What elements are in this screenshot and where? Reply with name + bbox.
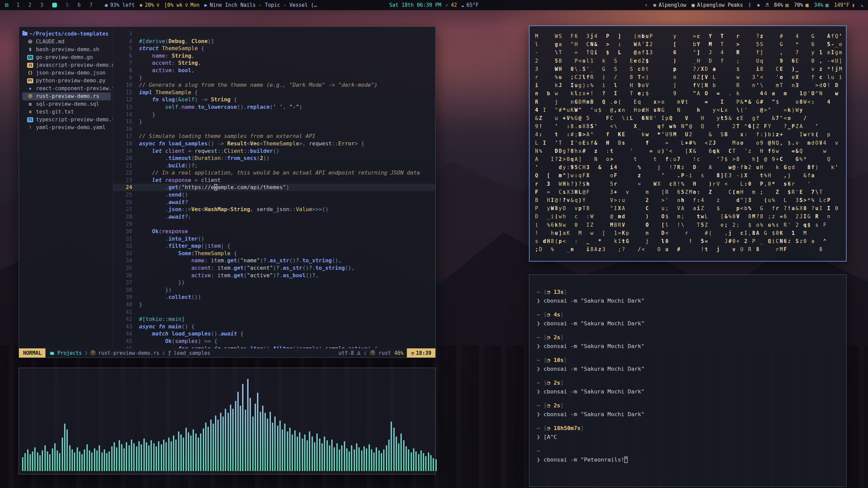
tree-file-CLAUDE.md[interactable]: ⓂCLAUDE.md	[22, 38, 113, 46]
code-line-37[interactable]: 37 })	[113, 279, 435, 286]
code-line-14[interactable]: 14 }	[113, 111, 435, 118]
code-line-36[interactable]: 36 active: item.get("active")?.as_bool()…	[113, 272, 435, 279]
code-line-4[interactable]: 4#[derive(Debug, Clone)]	[113, 38, 435, 45]
code-line-40[interactable]: 40}	[113, 301, 435, 308]
tree-file-yaml-preview-demo.yaml[interactable]: !yaml-preview-demo.yaml	[22, 124, 113, 131]
charterm-row: F = CsX3HL@F 3+ v m [R 65ZMo: Z C(mH m ;…	[535, 188, 843, 196]
breadcrumb-file[interactable]: rust-preview-demo.rs	[98, 350, 159, 356]
code-line-17[interactable]: 17// Simulate loading theme samples from…	[113, 133, 435, 140]
character-rain-terminal[interactable]: M WS F6 3j4 P ] (mbuP y =c Y T r ?z # 4 …	[529, 25, 847, 262]
shell-terminal[interactable]: ~ [◔ 13s]❯ cbonsai -m "Sakura Mochi Dark…	[529, 274, 847, 487]
breadcrumb-symbol[interactable]: load_samples	[174, 350, 210, 356]
tree-file-react-component-preview.tsx[interactable]: ✺react-component-preview.tsx	[22, 85, 113, 93]
now-playing[interactable]: ▶ Nine Inch Nails - Topic - Vessel (…	[204, 2, 317, 8]
code-line-15[interactable]: 15}	[113, 118, 435, 125]
code-text: })	[139, 286, 172, 294]
line-number: 40	[113, 301, 139, 308]
code-line-43[interactable]: 43async fn main() {	[113, 323, 435, 330]
code-editor[interactable]: 34#[derive(Debug, Clone)]5struct ThemeSa…	[113, 27, 435, 348]
code-line-33[interactable]: 33 Some(ThemeSample {	[113, 250, 435, 257]
shell-history-entry: ~ [◔ 2s]❯ cbonsai -m "Sakura Mochi Dark"	[537, 379, 840, 396]
code-line-24[interactable]: 24 .get("https://example.com/api/themes"…	[113, 184, 435, 191]
tree-file-go-preview-demo.go[interactable]: GOgo-preview-demo.go	[22, 54, 113, 61]
code-line-26[interactable]: 26 .await?	[113, 199, 435, 206]
visualizer-bar	[381, 453, 382, 471]
code-line-12[interactable]: 12 fn slug(&self) -> String {	[113, 96, 435, 103]
visualizer-bar	[47, 451, 48, 471]
workspace-7[interactable]: 7	[90, 2, 93, 8]
workspace-4[interactable]	[52, 3, 57, 7]
workspace-5[interactable]: 5	[66, 2, 69, 8]
code-line-20[interactable]: 20 .timeout(Duration::from_secs(2))	[113, 155, 435, 162]
code-text: .build()?;	[139, 162, 198, 169]
volume-icon[interactable]: ♬	[765, 2, 768, 8]
visualizer-bar	[309, 431, 310, 471]
workspace-6[interactable]: 6	[78, 2, 81, 8]
visualizer-bar	[34, 447, 36, 471]
clock-date[interactable]: Sat 18th 06:39 PM	[389, 2, 441, 8]
code-line-31[interactable]: 31 .into_iter()	[113, 235, 435, 243]
code-line-9[interactable]: 9}	[113, 74, 435, 82]
tree-file-bash-preview-demo.sh[interactable]: $bash-preview-demo.sh	[22, 46, 113, 54]
shell-history-entry: ~ [◔ 18h50m7s]❯ [A^C	[537, 424, 840, 442]
code-line-32[interactable]: 32 .filter_map(|item| {	[113, 242, 435, 250]
code-line-25[interactable]: 25 .send()	[113, 191, 435, 199]
code-line-23[interactable]: 23 let response = client	[113, 177, 435, 184]
resize-icon[interactable]: ↘	[860, 2, 863, 8]
code-line-10[interactable]: 10// Generate a slug from the theme name…	[113, 81, 435, 89]
visualizer-bar	[242, 384, 243, 471]
code-line-45[interactable]: 45 Ok(samples) => {	[113, 338, 435, 345]
tree-file-python-preview-demo.py[interactable]: PYpython-preview-demo.py	[22, 77, 113, 85]
file-name: yaml-preview-demo.yaml	[36, 124, 105, 131]
code-line-35[interactable]: 35 accent: item.get("accent")?.as_str()?…	[113, 264, 435, 272]
tree-file-rust-preview-demo.rs[interactable]: Ⓡrust-preview-demo.rs	[22, 93, 111, 100]
visualizer-bar	[257, 393, 258, 471]
code-line-6[interactable]: 6 name: String,	[113, 52, 435, 60]
code-line-38[interactable]: 38 })	[113, 286, 435, 294]
code-line-28[interactable]: 28 .await?;	[113, 213, 435, 221]
code-line-19[interactable]: 19 let client = reqwest::Client::builder…	[113, 147, 435, 155]
code-line-46[interactable]: 46 for sample in samples.iter().filter(|…	[113, 345, 435, 348]
tree-file-javascript-preview-demo.mjs[interactable]: JSjavascript-preview-demo.mjs	[22, 61, 113, 69]
code-line-44[interactable]: 44 match load_samples().await {	[113, 330, 435, 338]
visualizer-bar	[316, 433, 318, 471]
code-line-7[interactable]: 7 accent: String,	[113, 59, 435, 67]
code-line-39[interactable]: 39 .collect())	[113, 293, 435, 301]
audio-visualizer-window[interactable]	[19, 368, 436, 474]
bluetooth-icon[interactable]: ᛒ	[748, 2, 751, 8]
workspace-1[interactable]: 1	[17, 2, 20, 8]
wallpaper-selector[interactable]: ▣ Alpenglow Peaks	[692, 2, 743, 8]
code-line-11[interactable]: 11impl ThemeSample {	[113, 89, 435, 96]
breadcrumb-project[interactable]: Projects	[57, 350, 82, 356]
network-icon[interactable]: ✱	[757, 2, 760, 8]
temperature-indicator: 149°F ▮	[834, 2, 855, 8]
code-line-30[interactable]: 30 Ok(response	[113, 228, 435, 235]
code-line-34[interactable]: 34 name: item.get("name")?.as_str()?.to_…	[113, 257, 435, 264]
code-line-16[interactable]: 16	[113, 125, 435, 133]
code-line-29[interactable]: 29	[113, 220, 435, 228]
neovim-window[interactable]: ~/Projects/code-templates ⓂCLAUDE.md$bas…	[19, 26, 436, 358]
code-line-13[interactable]: 13 self.name.to_lowercase().replace(' ',…	[113, 103, 435, 111]
visualizer-bar	[133, 443, 135, 471]
theme-selector[interactable]: ✾ Alpenglow	[653, 2, 686, 8]
workspace-overview-icon[interactable]: ⧉	[5, 2, 8, 8]
code-line-27[interactable]: 27 .json::<Vec<HashMap<String, serde_jso…	[113, 206, 435, 213]
collapse-arrow-icon[interactable]: ‹	[645, 2, 648, 8]
code-line-42[interactable]: 42#[tokio::main]	[113, 316, 435, 323]
tree-file-test-git.txt[interactable]: ≡test-git.txt	[22, 108, 113, 116]
workspace-2[interactable]: 2	[28, 2, 32, 8]
code-line-18[interactable]: 18async fn load_samples() -> Result<Vec<…	[113, 140, 435, 147]
code-line-8[interactable]: 8 active: bool,	[113, 67, 435, 74]
code-line-41[interactable]: 41	[113, 308, 435, 316]
code-line-21[interactable]: 21 .build()?;	[113, 162, 435, 169]
shell-current-entry[interactable]: ~❯ cbonsai -m "Peteonrails!"	[537, 447, 840, 464]
tree-file-json-preview-demo.json[interactable]: {}json-preview-demo.json	[22, 69, 113, 77]
workspace-3[interactable]: 3	[40, 2, 43, 8]
tree-root-folder[interactable]: ~/Projects/code-templates	[22, 30, 113, 38]
visualizer-bar	[59, 453, 60, 471]
tree-file-typescript-preview-demo.ts[interactable]: TStypescript-preview-demo.ts	[22, 116, 113, 124]
code-line-5[interactable]: 5struct ThemeSample {	[113, 45, 435, 52]
tree-file-sql-preview-demo.sql[interactable]: ▤sql-preview-demo.sql	[22, 100, 113, 108]
code-line-22[interactable]: 22 // In a real application, this would …	[113, 169, 435, 177]
code-line-3[interactable]: 3	[113, 30, 435, 38]
